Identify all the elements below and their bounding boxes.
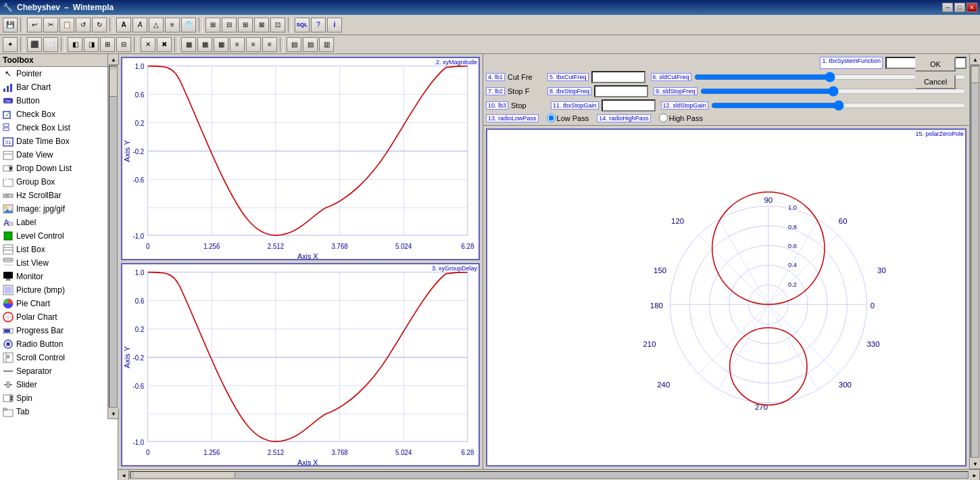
h-scroll-left[interactable]: ◄ (118, 470, 129, 480)
close-button[interactable]: ✕ (966, 3, 977, 12)
shirt-btn[interactable]: 👕 (181, 18, 196, 32)
sidebar-item-separator[interactable]: Separator (0, 364, 118, 378)
sidebar-item-pointer[interactable]: ↖ Pointer (0, 67, 118, 80)
t2-btn10[interactable]: ▦ (197, 37, 212, 52)
bar-chart-icon (3, 82, 14, 93)
right-scroll-down[interactable]: ▼ (970, 458, 980, 469)
refresh-btn1[interactable]: ↺ (76, 18, 91, 32)
sidebar-item-progress[interactable]: Progress Bar (0, 324, 118, 337)
sidebar-item-hscroll[interactable]: Hz ScrollBar (0, 189, 118, 202)
sidebar-item-pie[interactable]: Pie Chart (0, 297, 118, 310)
sidebar-scrollbar[interactable]: ▲ ▼ (107, 54, 118, 419)
save-button[interactable]: 💾 (3, 18, 18, 32)
stop-gain-input[interactable] (602, 99, 656, 112)
t2-btn14[interactable]: ≡ (262, 37, 277, 52)
sidebar-item-picture[interactable]: Picture (bmp) (0, 283, 118, 297)
sidebar-item-scroll[interactable]: Scroll Control (0, 351, 118, 364)
cancel-button[interactable]: Cancel (915, 74, 956, 89)
svg-rect-52 (3, 395, 10, 402)
sidebar-item-dateview[interactable]: Date View (0, 148, 118, 162)
sidebar-item-button[interactable]: OK Button (0, 94, 118, 107)
sidebar-scroll-thumb[interactable] (109, 70, 118, 97)
sidebar-item-datetime[interactable]: 31 Date Time Box (0, 135, 118, 148)
sidebar-item-checkboxlist[interactable]: Check Box List (0, 121, 118, 135)
t2-btn16[interactable]: ▤ (303, 37, 318, 52)
sidebar-item-slider[interactable]: Slider (0, 378, 118, 391)
stop-freq-input[interactable] (594, 85, 648, 97)
cut-freq-input[interactable] (591, 71, 645, 83)
t2-btn17[interactable]: ▥ (319, 37, 334, 52)
font-bold[interactable]: A (116, 18, 131, 32)
sidebar-scroll-up-btn[interactable]: ▲ (108, 54, 118, 65)
help-btn[interactable]: ? (311, 18, 326, 32)
svg-rect-8 (3, 128, 9, 130)
sidebar-label-dateview: Date View (16, 150, 53, 160)
copy-button[interactable]: 📋 (59, 18, 74, 32)
grid-btn2[interactable]: ⊟ (222, 18, 237, 32)
right-scrollbar[interactable]: ▲ ▼ (969, 54, 980, 469)
sidebar-item-spin[interactable]: ▲▼ Spin (0, 391, 118, 405)
h-scroll-right[interactable]: ► (969, 470, 980, 480)
h-scroll-thumb[interactable] (134, 472, 235, 479)
t2-btn6[interactable]: ⊟ (116, 37, 131, 52)
toolbar2-sep-3 (134, 37, 138, 52)
t2-btn15[interactable]: ▤ (287, 37, 301, 52)
sidebar-item-level[interactable]: Level Control (0, 229, 118, 243)
sidebar-item-bar-chart[interactable]: Bar Chart (0, 80, 118, 94)
sidebar-label-picture: Picture (bmp) (16, 285, 65, 295)
sidebar-item-tab[interactable]: Tab (0, 405, 118, 418)
triangle-btn[interactable]: △ (149, 18, 164, 32)
stop-gain-slider[interactable] (711, 100, 966, 111)
radio-high-label[interactable]: High Pass (659, 114, 703, 122)
sidebar-item-dropdown[interactable]: ▼ Drop Down List (0, 162, 118, 175)
t2-btn1[interactable]: ⬛ (27, 37, 42, 52)
maximize-button[interactable]: □ (954, 3, 965, 12)
grid-btn4[interactable]: ⊠ (254, 18, 269, 32)
svg-rect-43 (4, 329, 10, 333)
sidebar-item-groupbox[interactable]: □ Group Box (0, 175, 118, 189)
t2-btn2[interactable]: ⬜ (43, 37, 58, 52)
sql-btn[interactable]: SQL (295, 18, 310, 32)
align-btn1[interactable]: ≡ (165, 18, 180, 32)
minimize-button[interactable]: – (942, 3, 953, 12)
sidebar-item-checkbox[interactable]: ✓ Check Box (0, 107, 118, 121)
sidebar-item-image[interactable]: Image: jpg/gif (0, 202, 118, 216)
cut-button[interactable]: ✂ (43, 18, 58, 32)
sidebar-scroll[interactable]: ↖ Pointer Bar Chart OK Button ✓ Check Bo… (0, 67, 118, 480)
spin-icon: ▲▼ (3, 393, 14, 404)
radio-low-label[interactable]: Low Pass (547, 114, 589, 122)
font-italic[interactable]: A (132, 18, 147, 32)
t2-btn4[interactable]: ◨ (84, 37, 99, 52)
right-scroll-thumb[interactable] (971, 66, 979, 83)
sidebar-item-polar[interactable]: Polar Chart (0, 310, 118, 324)
star-btn[interactable]: ✦ (3, 37, 18, 52)
app-icon: 🔧 (3, 3, 13, 12)
radio-low-input[interactable] (547, 114, 556, 122)
grid-btn3[interactable]: ⊞ (238, 18, 253, 32)
sidebar-item-label[interactable]: Abc Label (0, 216, 118, 229)
t2-btn5[interactable]: ⊞ (100, 37, 115, 52)
sidebar-item-listbox[interactable]: List Box (0, 243, 118, 256)
polar-icon (3, 312, 14, 322)
t2-btn7[interactable]: ✕ (141, 37, 155, 52)
t2-btn9[interactable]: ▦ (181, 37, 196, 52)
info-btn[interactable]: i (327, 18, 342, 32)
sidebar-item-monitor[interactable]: Monitor (0, 270, 118, 283)
grid-btn5[interactable]: ⊡ (270, 18, 285, 32)
sidebar-scroll-track (109, 66, 118, 408)
refresh-btn2[interactable]: ↻ (92, 18, 107, 32)
sidebar-item-radio[interactable]: Radio Button (0, 337, 118, 351)
sidebar-item-listview[interactable]: List View (0, 256, 118, 270)
ok-button[interactable]: OK (915, 57, 956, 72)
t2-btn12[interactable]: ≡ (230, 37, 245, 52)
t2-btn8[interactable]: ✖ (157, 37, 172, 52)
radio-high-input[interactable] (659, 114, 668, 122)
t2-btn13[interactable]: ≡ (246, 37, 261, 52)
right-scroll-up[interactable]: ▲ (970, 54, 980, 65)
sidebar-scroll-down-btn[interactable]: ▼ (108, 408, 118, 419)
sidebar-label-monitor: Monitor (16, 272, 43, 281)
grid-btn1[interactable]: ⊞ (205, 18, 220, 32)
t2-btn3[interactable]: ◧ (68, 37, 82, 52)
undo-button[interactable]: ↩ (27, 18, 42, 32)
t2-btn11[interactable]: ▦ (214, 37, 228, 52)
